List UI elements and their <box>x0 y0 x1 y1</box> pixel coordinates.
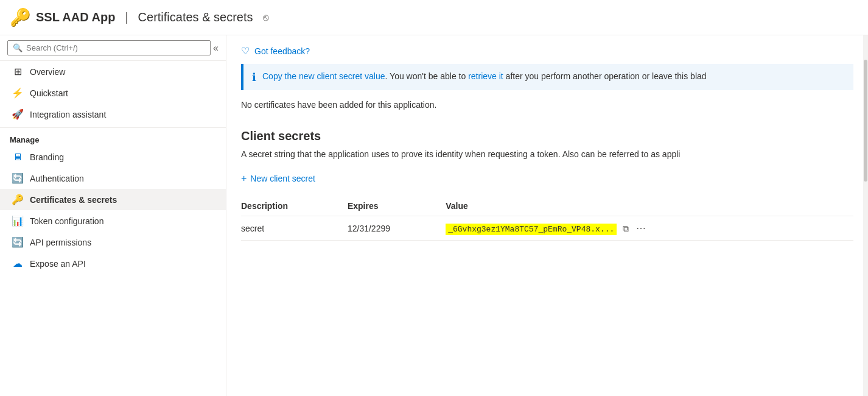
app-icon: 🔑 <box>10 7 31 27</box>
sidebar-item-branding[interactable]: 🖥 Branding <box>0 147 226 168</box>
client-secrets-desc: A secret string that the application use… <box>241 148 853 161</box>
collapse-sidebar-button[interactable]: « <box>213 43 219 54</box>
sidebar-label-certs: Certificates & secrets <box>30 195 117 205</box>
authentication-icon: 🔄 <box>12 172 24 184</box>
action-menu-icon[interactable]: ⋯ <box>636 223 646 233</box>
sidebar-item-api-permissions[interactable]: 🔄 API permissions <box>0 232 226 253</box>
manage-section-title: Manage <box>0 127 226 147</box>
token-icon: 📊 <box>12 215 24 227</box>
search-icon: 🔍 <box>13 43 23 52</box>
copy-icon[interactable]: ⧉ <box>623 224 629 233</box>
new-secret-label: New client secret <box>250 174 315 183</box>
info-banner: ℹ Copy the new client secret value. You … <box>241 64 853 90</box>
scrollbar-thumb[interactable] <box>864 60 867 182</box>
scrollbar-track <box>863 35 868 396</box>
sidebar-item-certs-secrets[interactable]: 🔑 Certificates & secrets <box>0 189 226 210</box>
secret-expires: 12/31/2299 <box>348 216 446 241</box>
expose-api-icon: ☁ <box>12 258 24 269</box>
quickstart-icon: ⚡ <box>12 87 24 99</box>
plus-icon: + <box>241 173 247 184</box>
app-name: SSL AAD App <box>36 10 115 24</box>
secret-value-cell: _6Gvhxg3ez1YMa8TC57_pEmRo_VP48.x... ⧉ ⋯ <box>446 216 853 241</box>
sidebar-label-quickstart: Quickstart <box>30 88 68 98</box>
app-header: 🔑 SSL AAD App | Certificates & secrets ⎋ <box>0 0 868 35</box>
search-box[interactable]: 🔍 <box>7 40 211 55</box>
new-client-secret-button[interactable]: + New client secret <box>241 171 315 186</box>
info-icon: ℹ <box>252 71 256 84</box>
sidebar-label-authentication: Authentication <box>30 174 84 183</box>
table-row: secret 12/31/2299 _6Gvhxg3ez1YMa8TC57_pE… <box>241 216 853 241</box>
sidebar-item-expose-api[interactable]: ☁ Expose an API <box>0 253 226 274</box>
sidebar-label-token: Token configuration <box>30 216 103 226</box>
certs-icon: 🔑 <box>12 194 24 205</box>
api-perm-icon: 🔄 <box>12 236 24 248</box>
feedback-bar: ♡ Got feedback? <box>241 45 853 57</box>
secrets-table: Description Expires Value secret 12/31/2… <box>241 196 853 241</box>
overview-icon: ⊞ <box>12 66 24 77</box>
table-header-row: Description Expires Value <box>241 196 853 216</box>
sidebar-item-integration[interactable]: 🚀 Integration assistant <box>0 104 226 125</box>
sidebar-label-expose-api: Expose an API <box>30 259 86 269</box>
sidebar-label-integration: Integration assistant <box>30 110 106 119</box>
info-banner-text: Copy the new client secret value. You wo… <box>262 70 707 83</box>
sidebar-item-overview[interactable]: ⊞ Overview <box>0 61 226 82</box>
body: 🔍 « ⊞ Overview ⚡ Quickstart 🚀 Integratio… <box>0 35 868 396</box>
feedback-text[interactable]: Got feedback? <box>254 46 310 56</box>
search-input[interactable] <box>26 43 205 52</box>
main-content: ♡ Got feedback? ℹ Copy the new client se… <box>226 35 868 396</box>
sidebar-item-quickstart[interactable]: ⚡ Quickstart <box>0 82 226 104</box>
feedback-icon: ♡ <box>241 45 250 57</box>
no-certs-message: No certificates have been added for this… <box>241 100 853 110</box>
client-secrets-title: Client secrets <box>241 129 853 143</box>
secret-value-text[interactable]: _6Gvhxg3ez1YMa8TC57_pEmRo_VP48.x... <box>446 224 617 235</box>
sidebar-nav: ⊞ Overview ⚡ Quickstart 🚀 Integration as… <box>0 61 226 396</box>
col-expires: Expires <box>348 196 446 216</box>
sidebar: 🔍 « ⊞ Overview ⚡ Quickstart 🚀 Integratio… <box>0 35 226 396</box>
page-title: Certificates & secrets <box>138 10 253 24</box>
main-inner: ♡ Got feedback? ℹ Copy the new client se… <box>226 35 868 250</box>
header-separator: | <box>125 10 128 24</box>
sidebar-label-api-perm: API permissions <box>30 238 91 247</box>
info-link-text: Copy the new client secret value <box>262 71 385 81</box>
info-plain-text: . You won't be able to retrieve it after… <box>385 71 707 81</box>
secret-description: secret <box>241 216 348 241</box>
integration-icon: 🚀 <box>12 108 24 120</box>
sidebar-item-token-config[interactable]: 📊 Token configuration <box>0 210 226 232</box>
col-value: Value <box>446 196 853 216</box>
sidebar-label-branding: Branding <box>30 152 64 162</box>
col-description: Description <box>241 196 348 216</box>
pin-icon[interactable]: ⎋ <box>263 12 269 23</box>
branding-icon: 🖥 <box>12 152 24 163</box>
sidebar-item-authentication[interactable]: 🔄 Authentication <box>0 168 226 189</box>
sidebar-label-overview: Overview <box>30 67 65 77</box>
